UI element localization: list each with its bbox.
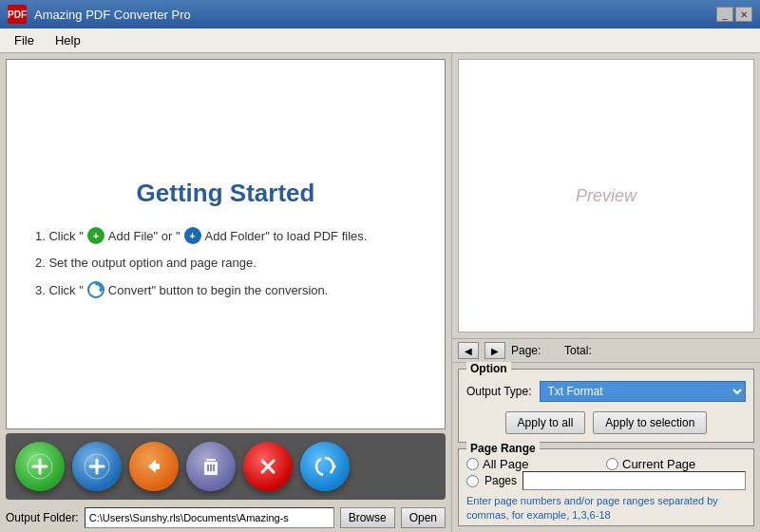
radio-pair-top: All Page Current Page (466, 457, 746, 471)
getting-started-area: Getting Started 1. Click " + Add File" o… (6, 59, 446, 429)
all-page-radio[interactable] (466, 458, 479, 470)
toolbar (6, 433, 446, 500)
step-2: 2. Set the output option and page range. (35, 256, 416, 270)
add-folder-button[interactable] (72, 442, 122, 491)
output-bar: Output Folder: Browse Open (0, 504, 451, 532)
preview-label: Preview (576, 186, 636, 206)
svg-marker-1 (99, 287, 102, 293)
add-file-button[interactable] (15, 442, 65, 491)
apply-to-all-button[interactable]: Apply to all (505, 411, 586, 434)
window-controls: _ ✕ (716, 7, 752, 22)
output-type-row: Output Type: Txt Format Doc Format HTML … (466, 381, 746, 402)
option-group-label: Option (466, 362, 511, 375)
main-container: Getting Started 1. Click " + Add File" o… (0, 53, 760, 532)
output-type-select[interactable]: Txt Format Doc Format HTML Format Image … (540, 381, 747, 402)
getting-started-title: Getting Started (35, 179, 416, 208)
svg-rect-8 (206, 459, 216, 461)
menu-help[interactable]: Help (45, 29, 91, 51)
back-button[interactable] (129, 442, 179, 491)
current-page-radio-col: Current Page (606, 457, 746, 471)
open-button[interactable]: Open (401, 507, 446, 528)
svg-marker-15 (332, 463, 336, 470)
convert-button[interactable] (300, 442, 350, 491)
app-title: Amazing PDF Converter Pro (34, 8, 191, 22)
options-panel: Option Output Type: Txt Format Doc Forma… (452, 363, 760, 532)
pages-radio[interactable] (466, 475, 479, 487)
output-folder-label: Output Folder: (6, 511, 79, 524)
pages-row: Pages (466, 471, 746, 490)
cancel-button[interactable] (243, 442, 293, 491)
page-range-group: Page Range All Page Current Page Pages (458, 448, 754, 526)
all-page-label: All Page (483, 457, 528, 471)
preview-section: Preview (452, 53, 760, 338)
current-page-label: Current Page (622, 457, 695, 471)
all-page-radio-col: All Page (466, 457, 606, 471)
option-group: Option Output Type: Txt Format Doc Forma… (458, 369, 754, 443)
current-page-radio[interactable] (606, 458, 618, 470)
app-icon: PDF (8, 5, 27, 24)
getting-started: Getting Started 1. Click " + Add File" o… (35, 179, 416, 310)
title-bar-left: PDF Amazing PDF Converter Pro (8, 5, 191, 24)
minimize-button[interactable]: _ (716, 7, 733, 22)
prev-page-button[interactable]: ◀ (458, 342, 479, 359)
left-panel: Getting Started 1. Click " + Add File" o… (0, 53, 451, 532)
step-3: 3. Click " Convert" button to begin the … (35, 281, 416, 298)
next-page-button[interactable]: ▶ (484, 342, 505, 359)
menu-file[interactable]: File (4, 29, 45, 51)
menu-bar: File Help (0, 28, 760, 53)
add-file-icon: + (87, 227, 104, 244)
page-nav: ◀ ▶ Page: Total: (452, 338, 760, 363)
preview-box: Preview (458, 59, 754, 332)
pages-input[interactable] (522, 471, 746, 490)
browse-button[interactable]: Browse (340, 507, 395, 528)
apply-to-selection-button[interactable]: Apply to selection (593, 411, 707, 434)
add-folder-icon: + (184, 227, 201, 244)
convert-icon (87, 281, 104, 298)
page-hint: Enter page numbers and/or page ranges se… (466, 494, 746, 522)
title-bar: PDF Amazing PDF Converter Pro _ ✕ (0, 0, 760, 28)
output-folder-input[interactable] (85, 507, 334, 528)
steps-list: 1. Click " + Add File" or " + Add Folder… (35, 227, 416, 298)
delete-button[interactable] (186, 442, 236, 491)
page-range-label: Page Range (466, 442, 540, 455)
apply-buttons: Apply to all Apply to selection (466, 411, 746, 434)
pages-radio-label: Pages (484, 474, 517, 487)
right-panel: Preview ◀ ▶ Page: Total: Option Output T… (451, 53, 760, 532)
output-type-label: Output Type: (466, 385, 532, 398)
page-label: Page: Total: (511, 344, 592, 357)
close-button[interactable]: ✕ (735, 7, 752, 22)
step-1: 1. Click " + Add File" or " + Add Folder… (35, 227, 416, 244)
